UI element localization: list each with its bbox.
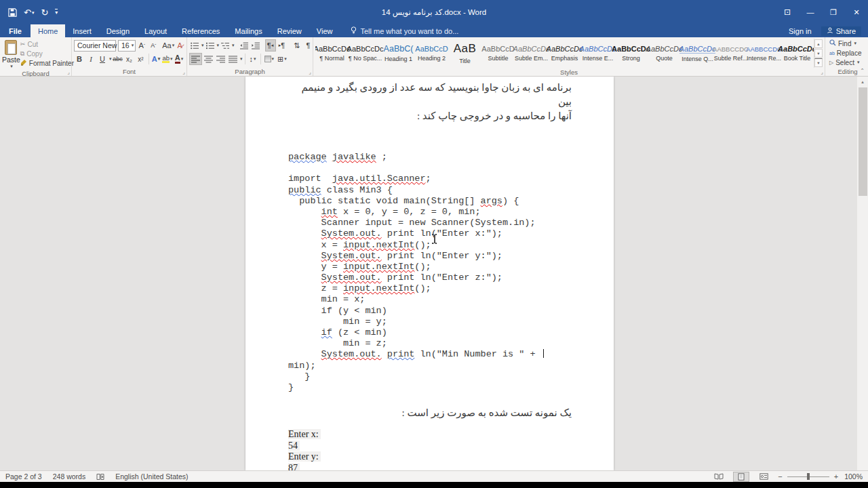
select-button[interactable]: ▷ Select▾ xyxy=(829,58,866,67)
shrink-font-button[interactable]: Aˇ xyxy=(148,39,159,52)
tab-design[interactable]: Design xyxy=(99,24,137,37)
style-item[interactable]: AaBbCcDcIntense E... xyxy=(582,39,614,68)
style-item[interactable]: AaBbCcDcIntense Q... xyxy=(682,39,713,68)
scroll-up-icon[interactable]: ▴ xyxy=(857,77,868,85)
format-painter-button[interactable]: Format Painter xyxy=(20,58,74,68)
style-item[interactable]: AaBbCcDcEmphasis xyxy=(549,39,580,68)
find-button[interactable]: Find▾ xyxy=(829,39,866,48)
print-layout-button[interactable] xyxy=(733,472,749,482)
underline-button[interactable]: U xyxy=(97,53,108,65)
zoom-in-button[interactable]: + xyxy=(834,472,838,481)
vertical-scrollbar[interactable]: ▴ xyxy=(856,77,868,470)
style-item[interactable]: AaBbCcDc¶ No Spac... xyxy=(349,39,381,68)
read-mode-button[interactable] xyxy=(711,472,727,482)
zoom-slider-thumb[interactable] xyxy=(807,473,810,480)
paste-button[interactable]: Paste ▾ xyxy=(2,39,20,69)
collapse-ribbon-icon[interactable]: ⌃ xyxy=(860,68,865,74)
page-indicator[interactable]: Page 2 of 3 xyxy=(5,472,42,481)
highlight-color-button[interactable]: ab▾ xyxy=(162,53,173,65)
style-item[interactable]: AaBbCcDcStrong xyxy=(615,39,647,68)
close-button[interactable]: ✕ xyxy=(845,0,868,24)
tab-file[interactable]: File xyxy=(0,24,31,37)
style-item[interactable]: AABBCCDCSubtle Ref... xyxy=(715,39,747,68)
sign-in-link[interactable]: Sign in xyxy=(789,27,812,35)
styles-scroll-down-icon[interactable]: ▾ xyxy=(814,49,823,58)
share-button[interactable]: Share xyxy=(821,26,861,36)
numbering-button[interactable] xyxy=(205,39,216,52)
zoom-out-button[interactable]: − xyxy=(778,472,782,481)
word-count[interactable]: 248 words xyxy=(53,472,85,481)
styles-dialog-launcher[interactable]: ⌟ xyxy=(821,69,823,75)
tab-insert[interactable]: Insert xyxy=(65,24,99,37)
tab-mailings[interactable]: Mailings xyxy=(227,24,269,37)
justify-button[interactable] xyxy=(227,53,239,65)
styles-more-icon[interactable]: ▾ xyxy=(814,58,823,67)
zoom-level[interactable]: 100% xyxy=(844,472,863,481)
subscript-button[interactable]: x₂ xyxy=(124,53,135,65)
text-effects-button[interactable]: A▾ xyxy=(151,53,161,65)
scrollbar-thumb[interactable] xyxy=(859,87,867,196)
font-size-combo[interactable]: 16▾ xyxy=(118,40,136,52)
tab-layout[interactable]: Layout xyxy=(137,24,174,37)
code-line: System.out. print ln("Enter z:"); xyxy=(288,272,572,283)
bullets-button[interactable] xyxy=(189,39,200,52)
style-item[interactable]: AaBbCcDHeading 2 xyxy=(416,39,448,68)
style-item[interactable]: AaBbCcDc¶ Normal xyxy=(316,39,348,68)
style-item[interactable]: AABBCCDCIntense Re... xyxy=(748,39,780,68)
undo-button[interactable]: ↶▾ xyxy=(24,8,34,17)
align-center-button[interactable] xyxy=(203,53,214,65)
style-item[interactable]: AaBbC(Heading 1 xyxy=(382,39,414,68)
minimize-button[interactable]: — xyxy=(799,0,822,24)
sort-button[interactable]: ⇅ xyxy=(292,39,302,52)
replace-button[interactable]: ab Replace xyxy=(829,48,866,58)
multilevel-list-button[interactable] xyxy=(220,39,231,52)
font-color-button[interactable]: A▾ xyxy=(174,53,184,65)
tab-view[interactable]: View xyxy=(309,24,340,37)
clipboard-dialog-launcher[interactable]: ⌟ xyxy=(67,69,70,75)
grow-font-button[interactable]: Aˆ xyxy=(136,39,147,52)
paragraph-dialog-launcher[interactable]: ⌟ xyxy=(309,69,311,75)
font-name-combo[interactable]: Courier New▾ xyxy=(74,40,116,52)
bold-button[interactable]: B xyxy=(74,53,85,65)
increase-indent-button[interactable] xyxy=(250,39,261,52)
decrease-indent-button[interactable] xyxy=(239,39,250,52)
tell-me-box[interactable]: Tell me what you want to do... xyxy=(344,24,465,37)
tab-references[interactable]: References xyxy=(174,24,227,37)
customize-qat-button[interactable]: ▾ xyxy=(55,9,58,16)
align-left-button[interactable] xyxy=(189,53,202,65)
ribbon-display-options-icon[interactable]: ⊡ xyxy=(776,0,799,24)
line-spacing-button[interactable]: ↕▾ xyxy=(248,53,258,65)
maximize-button[interactable]: ❐ xyxy=(822,0,845,24)
tab-home[interactable]: Home xyxy=(31,24,65,37)
style-item[interactable]: AaBbCcDcQuote xyxy=(648,39,680,68)
paste-dropdown-icon[interactable]: ▾ xyxy=(10,64,13,69)
save-icon[interactable] xyxy=(8,8,17,17)
superscript-button[interactable]: x² xyxy=(136,53,146,65)
show-hide-paragraph-button[interactable]: ¶ xyxy=(303,39,314,52)
redo-button[interactable]: ↻ xyxy=(41,8,48,17)
tab-review[interactable]: Review xyxy=(270,24,309,37)
copy-button[interactable]: ⧉Copy xyxy=(20,49,74,58)
styles-scroll-up-icon[interactable]: ▴ xyxy=(814,39,823,48)
style-item[interactable]: AaBbCcDcBook Title xyxy=(781,39,813,68)
style-item[interactable]: AaBTitle xyxy=(449,39,481,68)
borders-button[interactable]: ⊞▾ xyxy=(276,53,288,65)
zoom-slider-track[interactable] xyxy=(787,476,829,477)
underline-dropdown-icon[interactable]: ▾ xyxy=(109,56,112,62)
cut-button[interactable]: ✂Cut xyxy=(20,39,74,49)
language-indicator[interactable]: English (United States) xyxy=(115,472,188,481)
style-item[interactable]: AaBbCcDcSubtle Em... xyxy=(515,39,547,68)
align-right-button[interactable] xyxy=(215,53,226,65)
strikethrough-button[interactable]: abc xyxy=(113,53,123,65)
clear-formatting-button[interactable]: A̷ xyxy=(174,39,185,52)
proofing-status-icon[interactable] xyxy=(96,473,104,481)
left-to-right-direction-button[interactable]: ¶◂ xyxy=(265,39,276,52)
right-to-left-direction-button[interactable]: ▸¶ xyxy=(277,39,288,52)
style-item[interactable]: AaBbCcDSubtitle xyxy=(482,39,514,68)
change-case-button[interactable]: Aa▾ xyxy=(163,39,174,52)
font-dialog-launcher[interactable]: ⌟ xyxy=(182,69,185,75)
shading-button[interactable]: ▾ xyxy=(263,53,276,65)
document-page[interactable]: برنامه ای به زبان جاوا بنویسید که سه عدد… xyxy=(245,77,614,470)
italic-button[interactable]: I xyxy=(85,53,96,65)
web-layout-button[interactable] xyxy=(755,472,772,482)
